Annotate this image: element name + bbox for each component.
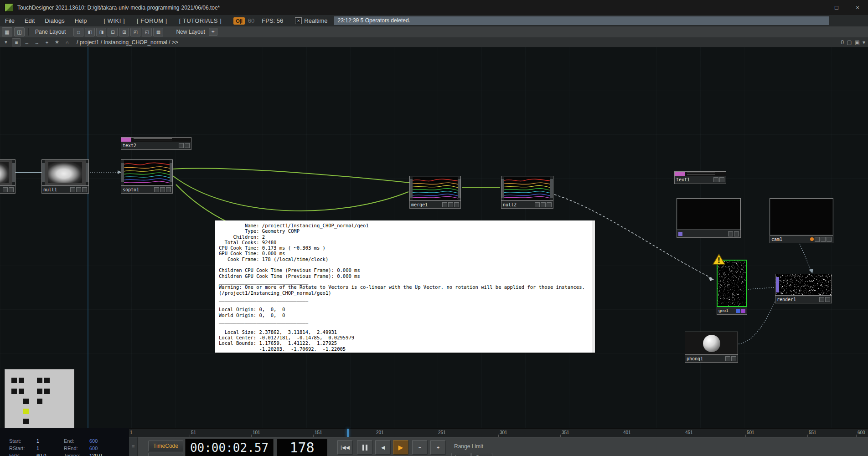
node-render1[interactable]: render1 <box>775 274 832 303</box>
pause-button[interactable] <box>357 440 372 455</box>
node-flags[interactable] <box>3 187 14 192</box>
maximize-button[interactable]: □ <box>826 0 847 15</box>
wire-sopto1-merge1-a[interactable] <box>173 169 409 183</box>
panel-toggle[interactable] <box>37 378 42 383</box>
node-null1[interactable]: null1 <box>41 159 89 194</box>
output-connector[interactable] <box>550 179 553 197</box>
ui-panel-widget[interactable] <box>5 369 74 428</box>
panel-toggle[interactable] <box>11 389 17 394</box>
breadcrumb[interactable]: / project1 / Instancing_CHOP_normal / >> <box>77 39 178 46</box>
layout-save-icon[interactable]: ◫ <box>14 27 25 36</box>
node-cam1[interactable]: cam1 <box>770 198 833 243</box>
rend-value[interactable]: 600 <box>89 446 98 451</box>
fps-value[interactable]: 60.0 <box>36 453 46 456</box>
pane-preset-5-icon[interactable]: ⊞ <box>119 28 129 36</box>
flag-chip-purple[interactable] <box>741 309 745 313</box>
node-null2[interactable]: null2 <box>501 176 553 209</box>
node-flags[interactable] <box>713 177 724 182</box>
pane-preset-1-icon[interactable]: □ <box>73 28 83 36</box>
timeline-ruler[interactable]: 1 51 101 151 201 251 301 351 401 451 501… <box>129 428 868 437</box>
rstart-value[interactable]: 1 <box>36 446 39 451</box>
panel-toggle[interactable] <box>23 399 29 404</box>
node-flags[interactable] <box>736 309 745 313</box>
menu-dialogs[interactable]: Dialogs <box>40 17 69 24</box>
fps-cap-field[interactable]: 60 <box>248 17 254 24</box>
forward-icon[interactable]: → <box>33 39 41 46</box>
link-geo1-render1[interactable] <box>748 287 774 289</box>
output-connector[interactable] <box>458 179 460 197</box>
pane-preset-3-icon[interactable]: ◨ <box>96 28 106 36</box>
node-flags[interactable] <box>154 187 171 192</box>
minimize-button[interactable]: — <box>805 0 826 15</box>
add-layout-button[interactable]: + <box>209 28 217 36</box>
add-icon[interactable]: + <box>43 39 51 46</box>
node-merge1[interactable]: merge1 <box>409 176 461 209</box>
panel-toggle-active[interactable] <box>23 409 29 414</box>
node-partial[interactable] <box>0 159 16 194</box>
timecode-mode-button[interactable]: TimeCode <box>148 441 183 451</box>
pane-preset-8-icon[interactable]: ▦ <box>153 28 163 36</box>
panel-toggle[interactable] <box>23 419 29 424</box>
panel-toggle[interactable] <box>19 378 24 383</box>
close-button[interactable]: × <box>847 0 868 15</box>
beats-mode-button[interactable]: Beats <box>148 453 183 456</box>
realtime-toggle[interactable]: × Realtime <box>295 17 327 24</box>
panel-toggle[interactable] <box>19 389 24 394</box>
tempo-value[interactable]: 120.0 <box>89 453 102 456</box>
node-flags[interactable] <box>725 356 736 361</box>
output-connector[interactable] <box>12 163 15 183</box>
node-flags[interactable] <box>819 297 830 302</box>
node-flags[interactable] <box>810 237 832 242</box>
back-icon[interactable]: ← <box>23 39 31 46</box>
loop-button[interactable]: Loop <box>451 453 470 456</box>
tutorials-link[interactable]: [ TUTORIALS ] <box>179 17 222 24</box>
menu-edit[interactable]: Edit <box>20 17 40 24</box>
window-float-icon[interactable]: ▣ <box>855 39 860 46</box>
play-button[interactable]: ▶ <box>393 440 408 455</box>
pane-preset-4-icon[interactable]: ⊟ <box>108 28 118 36</box>
node-text1[interactable]: text1 <box>674 171 726 184</box>
pane-preset-7-icon[interactable]: ◱ <box>142 28 152 36</box>
input-connector[interactable] <box>776 277 779 293</box>
panel-toggle[interactable] <box>44 389 50 394</box>
node-sopto1[interactable]: sopto1 <box>121 159 173 194</box>
wiki-link[interactable]: [ WIKI ] <box>103 17 125 24</box>
menu-file[interactable]: File <box>0 17 20 24</box>
node-flags[interactable] <box>442 202 459 207</box>
node-text2[interactable]: text2 <box>121 137 191 150</box>
panel-toggle[interactable] <box>11 378 17 383</box>
panel-toggle[interactable] <box>44 378 50 383</box>
node-geo1[interactable]: ! geo1 <box>717 260 747 315</box>
window-split-icon[interactable]: ▢ <box>847 39 852 46</box>
node-flags[interactable] <box>179 143 190 148</box>
node-phong1[interactable]: phong1 <box>685 332 738 363</box>
bookmark-star-icon[interactable]: ★ <box>53 39 61 46</box>
node-top-a[interactable] <box>677 198 741 238</box>
node-flags[interactable] <box>728 231 739 236</box>
output-connector[interactable] <box>86 163 88 183</box>
stop-icon[interactable]: ■ <box>12 38 21 46</box>
layout-grid-icon[interactable]: ▦ <box>2 27 12 36</box>
menu-help[interactable]: Help <box>70 17 92 24</box>
frame-display[interactable]: 178 <box>277 439 327 456</box>
node-flags[interactable] <box>70 187 87 192</box>
io-toggle[interactable]: O|I <box>233 17 245 25</box>
forum-link[interactable]: [ FORUM ] <box>137 17 167 24</box>
chevron-down-icon[interactable]: ▾ <box>863 39 865 46</box>
node-flags[interactable] <box>535 202 552 207</box>
flag-chip-blue[interactable] <box>736 309 740 313</box>
realtime-checkbox[interactable]: × <box>295 17 302 24</box>
jump-to-start-button[interactable]: |◀◀ <box>337 440 353 455</box>
warning-icon[interactable]: ! <box>713 253 725 265</box>
chevron-down-icon[interactable]: ▾ <box>2 39 10 46</box>
step-back-button[interactable]: ◀ <box>375 440 391 455</box>
speed-plus-button[interactable]: + <box>430 440 446 455</box>
once-button[interactable]: Once <box>471 453 492 456</box>
panel-toggle[interactable] <box>37 399 42 404</box>
output-connector[interactable] <box>170 163 172 183</box>
drag-grip[interactable]: ≡ <box>129 437 138 456</box>
wire-sopto1-merge1-b[interactable] <box>173 176 408 211</box>
network-editor[interactable]: null1 text2 <box>0 47 868 428</box>
home-icon[interactable]: ⌂ <box>63 39 71 46</box>
start-value[interactable]: 1 <box>36 438 39 444</box>
